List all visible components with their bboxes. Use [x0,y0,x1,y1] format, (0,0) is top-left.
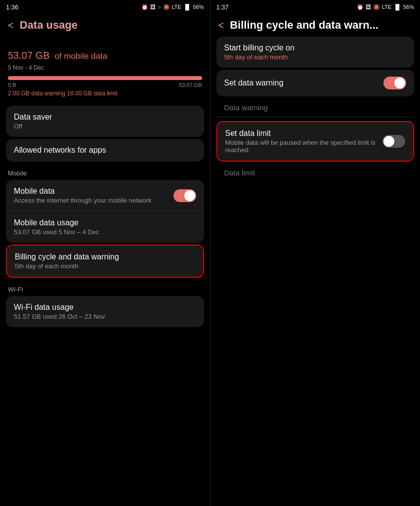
set-data-warning-text: Set data warning [224,79,384,87]
right-signal-icon: ▐▌ [393,4,401,10]
mobile-data-item[interactable]: Mobile data Access the internet through … [6,180,204,211]
data-progress-bar [8,76,202,80]
right-alarm-icon: ⏰ [357,4,364,10]
wifi-data-usage-label: Wi-Fi data usage [14,303,196,312]
right-status-bar: 1:37 ⏰ 🖼 🔕 LTE ▐▌ 56% [210,0,420,14]
data-amount-section: 53.07 GB of mobile data 5 Nov - 4 Dec 0 … [6,37,204,106]
set-data-limit-highlight: Set data limit Mobile data will be pause… [216,121,415,162]
left-battery: 56% [193,4,204,10]
set-data-limit-toggle-knob [383,136,394,147]
wifi-data-usage-text: Wi-Fi data usage 51.57 GB used 26 Oct – … [14,303,196,320]
data-amount-value: 53.07 GB [8,50,50,61]
right-status-icons: ⏰ 🖼 🔕 LTE ▐▌ 56% [357,4,414,10]
allowed-networks-item[interactable]: Allowed networks for apps [6,139,204,162]
wifi-data-usage-sublabel: 51.57 GB used 26 Oct – 23 Nov [14,313,196,320]
start-billing-item[interactable]: Start billing cycle on 5th day of each m… [216,37,415,68]
divider-1 [216,117,415,117]
set-data-warning-item[interactable]: Set data warning [216,70,415,96]
mobile-data-usage-item[interactable]: Mobile data usage 53.07 GB used 5 Nov – … [6,211,204,243]
data-saver-card: Data saver Off [6,106,204,137]
data-of-label: of mobile data [55,51,108,61]
left-page-title: Data usage [20,19,78,32]
left-scroll-content: 53.07 GB of mobile data 5 Nov - 4 Dec 0 … [0,37,210,506]
set-data-limit-item[interactable]: Set data limit Mobile data will be pause… [217,122,414,161]
right-photo-icon: 🖼 [366,4,371,10]
mobile-data-label: Mobile data [14,187,173,196]
set-data-limit-card: Set data limit Mobile data will be pause… [217,122,414,161]
wifi-data-usage-item[interactable]: Wi-Fi data usage 51.57 GB used 26 Oct – … [6,296,204,327]
set-data-warning-label: Set data warning [224,79,384,87]
left-status-icons: ⏰ 🖼 ○ 🔕 LTE ▐▌ 56% [141,4,204,10]
mobile-group-card: Mobile data Access the internet through … [6,180,204,243]
data-saver-text: Data saver Off [14,113,196,130]
set-data-limit-text: Set data limit Mobile data will be pause… [225,129,383,154]
data-limit-grayed-label: Data limit [216,164,415,180]
set-data-limit-label: Set data limit [225,129,383,138]
set-data-warning-card: Set data warning [216,70,415,96]
left-status-time: 1:36 [6,3,18,11]
left-phone-panel: 1:36 ⏰ 🖼 ○ 🔕 LTE ▐▌ 56% < Data usage 53.… [0,0,210,506]
start-billing-text: Start billing cycle on 5th day of each m… [224,43,407,61]
data-saver-item[interactable]: Data saver Off [6,106,204,137]
wifi-section-label: Wi-Fi [6,280,204,296]
mobile-data-toggle-knob [184,190,195,201]
progress-end: 53.07 GB [179,82,202,88]
right-mute-icon: 🔕 [373,4,380,10]
billing-cycle-sublabel: 5th day of each month [15,262,195,270]
billing-cycle-label: Billing cycle and data warning [15,253,195,261]
alarm-icon: ⏰ [141,4,148,10]
data-progress-fill [8,76,202,80]
start-billing-label: Start billing cycle on [224,43,407,52]
left-page-header: < Data usage [0,14,210,37]
start-billing-card: Start billing cycle on 5th day of each m… [216,37,415,68]
right-wifi-lte-icon: LTE [382,4,391,10]
allowed-networks-label: Allowed networks for apps [14,146,196,155]
mobile-section-label: Mobile [6,164,204,180]
right-page-header: < Billing cycle and data warn... [210,14,420,37]
set-data-warning-toggle-knob [394,78,405,88]
right-phone-panel: 1:37 ⏰ 🖼 🔕 LTE ▐▌ 56% < Billing cycle an… [210,0,420,506]
data-date-range: 5 Nov - 4 Dec [8,64,202,71]
data-warning-text: 2.00 GB data warning 18.00 GB data limit [8,90,202,97]
allowed-networks-text: Allowed networks for apps [14,146,196,155]
mobile-data-usage-label: Mobile data usage [14,218,196,227]
mobile-data-sublabel: Access the internet through your mobile … [14,197,173,204]
progress-start: 0 B [8,82,16,88]
right-scroll-content: Start billing cycle on 5th day of each m… [210,37,420,506]
mobile-data-text: Mobile data Access the internet through … [14,187,173,204]
data-saver-label: Data saver [14,113,196,122]
billing-cycle-card: Billing cycle and data warning 5th day o… [7,246,203,277]
circle-icon: ○ [158,4,161,10]
billing-cycle-item[interactable]: Billing cycle and data warning 5th day o… [7,246,203,277]
left-back-button[interactable]: < [8,20,14,31]
right-page-title: Billing cycle and data warn... [230,19,378,32]
wifi-lte-icon: LTE [172,4,181,10]
set-data-limit-sublabel: Mobile data will be paused when the spec… [225,139,383,154]
right-battery: 56% [403,4,414,10]
allowed-networks-card: Allowed networks for apps [6,139,204,162]
data-warning-grayed-label: Data warning [216,98,415,115]
right-status-time: 1:37 [216,3,229,11]
billing-cycle-highlight: Billing cycle and data warning 5th day o… [6,245,204,278]
mobile-data-toggle[interactable] [173,189,196,202]
data-saver-sublabel: Off [14,123,196,130]
set-data-limit-toggle[interactable] [382,135,405,148]
set-data-warning-toggle[interactable] [383,77,406,89]
progress-labels: 0 B 53.07 GB [8,82,202,88]
left-status-bar: 1:36 ⏰ 🖼 ○ 🔕 LTE ▐▌ 56% [0,0,210,14]
mute-icon: 🔕 [163,4,170,10]
right-back-button[interactable]: < [218,20,224,31]
mobile-data-usage-sublabel: 53.07 GB used 5 Nov – 4 Dec [14,228,196,236]
wifi-data-usage-card: Wi-Fi data usage 51.57 GB used 26 Oct – … [6,296,204,327]
data-amount-large: 53.07 GB of mobile data [8,42,202,63]
billing-cycle-text: Billing cycle and data warning 5th day o… [15,253,195,270]
signal-icon: ▐▌ [183,4,191,10]
mobile-data-usage-text: Mobile data usage 53.07 GB used 5 Nov – … [14,218,196,236]
photo-icon: 🖼 [150,4,156,10]
start-billing-sublabel: 5th day of each month [224,53,407,61]
